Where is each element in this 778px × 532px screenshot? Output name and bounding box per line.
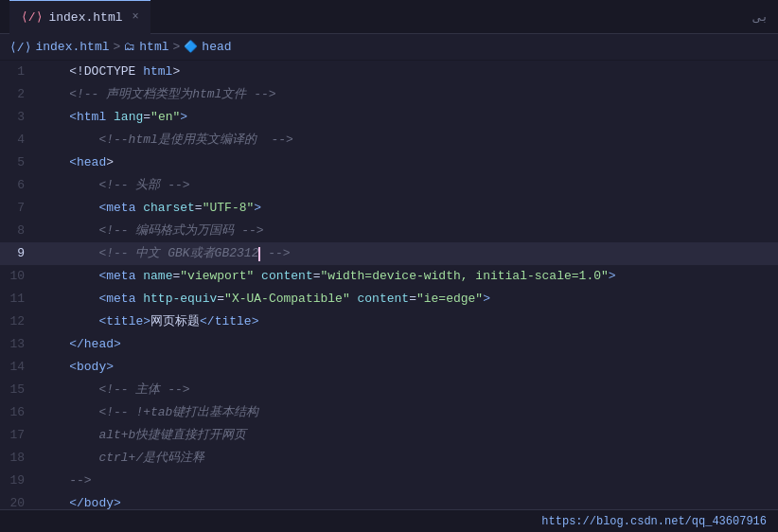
tab-label: index.html	[48, 10, 122, 25]
line-content-5: <head>	[36, 151, 114, 174]
code-line-2: 2 <!-- 声明文档类型为html文件 -->	[0, 83, 778, 106]
code-line-9: 9 <!-- 中文 GBK或者GB2312 -->	[0, 242, 778, 265]
line-content-13: </head>	[36, 333, 121, 356]
line-number-8: 8	[0, 220, 36, 242]
status-url: https://blog.csdn.net/qq_43607916	[541, 515, 767, 528]
line-content-18: ctrl+/是代码注释	[36, 447, 204, 470]
line-content-8: <!-- 编码格式为万国码 -->	[36, 220, 264, 242]
line-number-16: 16	[0, 401, 36, 424]
line-content-11: <meta http-equiv="X-UA-Compatible" conte…	[36, 288, 490, 310]
line-number-1: 1	[0, 61, 36, 83]
code-line-11: 11 <meta http-equiv="X-UA-Compatible" co…	[0, 288, 778, 310]
code-line-14: 14 <body>	[0, 356, 778, 379]
line-number-4: 4	[0, 129, 36, 151]
line-number-6: 6	[0, 174, 36, 197]
editor-area[interactable]: 1 <!DOCTYPE html>2 <!-- 声明文档类型为html文件 --…	[0, 61, 778, 509]
line-content-19: -->	[36, 470, 92, 492]
breadcrumb-icon-head: 🔷	[184, 40, 198, 54]
line-number-13: 13	[0, 333, 36, 356]
code-line-6: 6 <!-- 头部 -->	[0, 174, 778, 197]
code-line-1: 1 <!DOCTYPE html>	[0, 61, 778, 83]
code-line-20: 20 </body>	[0, 492, 778, 509]
breadcrumb-html[interactable]: html	[139, 40, 168, 54]
line-content-9: <!-- 中文 GBK或者GB2312 -->	[36, 242, 291, 265]
line-number-19: 19	[0, 470, 36, 492]
code-line-7: 7 <meta charset="UTF-8">	[0, 197, 778, 220]
line-number-17: 17	[0, 424, 36, 447]
code-line-12: 12 <title>网页标题</title>	[0, 310, 778, 333]
line-content-10: <meta name="viewport" content="width=dev…	[36, 265, 616, 288]
line-number-9: 9	[0, 242, 36, 265]
code-line-17: 17 alt+b快捷键直接打开网页	[0, 424, 778, 447]
line-content-12: <title>网页标题</title>	[36, 310, 258, 333]
line-content-4: <!--html是使用英文编译的 -->	[36, 129, 293, 151]
code-line-18: 18 ctrl+/是代码注释	[0, 447, 778, 470]
breadcrumb-sep2: >	[173, 40, 181, 54]
code-line-5: 5 <head>	[0, 151, 778, 174]
title-bar: ⟨/⟩ index.html × بی	[0, 0, 778, 34]
line-content-1: <!DOCTYPE html>	[36, 61, 180, 83]
code-line-16: 16 <!-- !+tab键打出基本结构	[0, 401, 778, 424]
line-content-20: </body>	[36, 492, 121, 509]
code-line-3: 3 <html lang="en">	[0, 106, 778, 129]
breadcrumb-head[interactable]: head	[202, 40, 231, 54]
line-number-2: 2	[0, 83, 36, 106]
status-bar: https://blog.csdn.net/qq_43607916	[0, 509, 778, 532]
line-content-15: <!-- 主体 -->	[36, 379, 190, 401]
breadcrumb: ⟨/⟩ index.html > 🗂 html > 🔷 head	[0, 34, 778, 61]
title-bar-right: بی	[753, 9, 769, 25]
line-content-16: <!-- !+tab键打出基本结构	[36, 401, 258, 424]
line-content-6: <!-- 头部 -->	[36, 174, 190, 197]
line-number-7: 7	[0, 197, 36, 220]
code-line-13: 13 </head>	[0, 333, 778, 356]
line-number-3: 3	[0, 106, 36, 129]
line-number-12: 12	[0, 310, 36, 333]
line-number-15: 15	[0, 379, 36, 401]
line-content-3: <html lang="en">	[36, 106, 187, 129]
code-line-8: 8 <!-- 编码格式为万国码 -->	[0, 220, 778, 242]
line-number-14: 14	[0, 356, 36, 379]
tab-close-button[interactable]: ×	[132, 10, 138, 24]
line-content-14: <body>	[36, 356, 114, 379]
breadcrumb-icon-html: 🗂	[124, 40, 135, 54]
line-content-7: <meta charset="UTF-8">	[36, 197, 261, 220]
breadcrumb-file[interactable]: index.html	[35, 40, 109, 54]
line-content-2: <!-- 声明文档类型为html文件 -->	[36, 83, 276, 106]
code-line-10: 10 <meta name="viewport" content="width=…	[0, 265, 778, 288]
tab-index-html[interactable]: ⟨/⟩ index.html ×	[9, 0, 150, 34]
breadcrumb-sep1: >	[113, 40, 120, 54]
code-line-15: 15 <!-- 主体 -->	[0, 379, 778, 401]
line-number-18: 18	[0, 447, 36, 470]
line-number-5: 5	[0, 151, 36, 174]
line-number-11: 11	[0, 288, 36, 310]
breadcrumb-icon-file: ⟨/⟩	[9, 40, 31, 55]
html-file-icon: ⟨/⟩	[21, 9, 43, 25]
code-line-4: 4 <!--html是使用英文编译的 -->	[0, 129, 778, 151]
line-content-17: alt+b快捷键直接打开网页	[36, 424, 246, 447]
line-number-20: 20	[0, 492, 36, 509]
line-number-10: 10	[0, 265, 36, 288]
code-line-19: 19 -->	[0, 470, 778, 492]
